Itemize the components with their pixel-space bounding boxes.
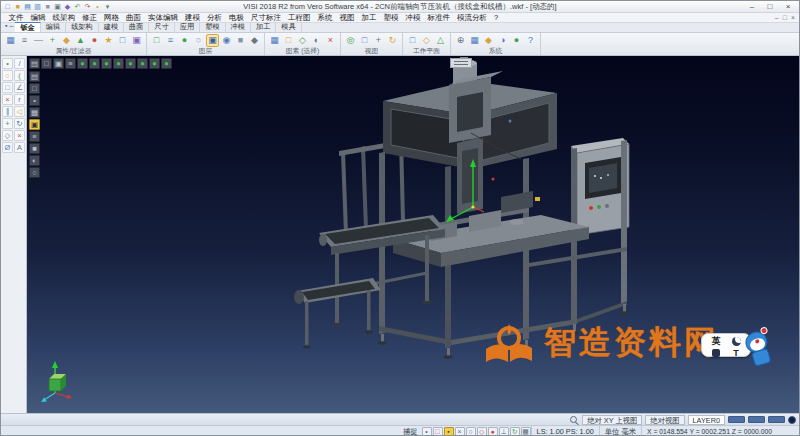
auto-snap-icon[interactable]: ↻ [510, 427, 520, 436]
menu-item-17[interactable]: 冲模 [402, 13, 424, 23]
color-attribute-icon[interactable]: ▦ [4, 34, 17, 47]
standard-views-icon[interactable]: ● [149, 58, 160, 69]
settings-icon[interactable]: ⊕ [454, 34, 467, 47]
ime-widget[interactable]: 英 T [701, 330, 773, 374]
element-filter-icon[interactable]: ◆ [60, 34, 73, 47]
line-width-icon[interactable]: — [32, 34, 45, 47]
zoom-window-icon[interactable]: □ [358, 34, 371, 47]
moon-icon[interactable] [732, 337, 741, 346]
print-icon[interactable]: ■ [43, 2, 52, 11]
workplane-indicator[interactable]: 绝对 XY 上视图 [582, 415, 642, 425]
workbar-tab[interactable]: 钣金 [15, 22, 40, 32]
layer-on-icon[interactable]: ● [178, 34, 191, 47]
workbar-handle-icon[interactable]: ▪ [5, 14, 7, 32]
workbar-tab[interactable]: 塑模 [200, 22, 225, 32]
workbar-tab[interactable]: 建模 [99, 22, 124, 32]
paste-icon[interactable]: ◆ [63, 2, 72, 11]
workbar-tab[interactable]: 尺寸 [149, 22, 174, 32]
units-icon[interactable]: ◆ [482, 34, 495, 47]
workbar-tab[interactable]: 模具 [276, 22, 301, 32]
menu-item-14[interactable]: 视图 [336, 13, 358, 23]
ime-font-toggle[interactable]: T [733, 348, 739, 358]
box-select-icon[interactable]: □ [282, 34, 295, 47]
doc-minimize-button[interactable]: – [775, 14, 779, 21]
deselect-icon[interactable]: × [324, 34, 337, 47]
menu-item-7[interactable]: 实体编辑 [145, 13, 182, 23]
pin-icon[interactable]: • [93, 2, 102, 11]
circle-icon[interactable]: ○ [2, 70, 13, 81]
doc-close-button[interactable]: × [791, 14, 795, 21]
layer-settings-icon[interactable]: ◆ [248, 34, 261, 47]
line-icon[interactable]: / [14, 58, 25, 69]
center-snap-icon[interactable]: ○ [466, 427, 476, 436]
hidden-line-mode-icon[interactable]: ▣ [53, 58, 64, 69]
menu-item-11[interactable]: 尺寸标注 [248, 13, 285, 23]
search-icon[interactable] [570, 416, 577, 423]
select-element-icon[interactable]: ▤ [29, 71, 40, 82]
quick-select-icon[interactable]: ● [88, 34, 101, 47]
maximize-button[interactable]: □ [764, 2, 776, 12]
layer-off-icon[interactable]: ○ [192, 34, 205, 47]
menu-item-13[interactable]: 系统 [314, 13, 336, 23]
ime-punct-icon[interactable] [712, 349, 720, 357]
point-icon[interactable]: • [2, 58, 13, 69]
save-all-icon[interactable]: ▥ [33, 2, 42, 11]
zoom-window-view-icon[interactable]: ● [125, 58, 136, 69]
properties-icon[interactable]: ▣ [130, 34, 143, 47]
rotate-view-icon[interactable]: ↻ [386, 34, 399, 47]
point-style-icon[interactable]: + [46, 34, 59, 47]
menu-item-10[interactable]: 电极 [226, 13, 248, 23]
grid-snap-icon[interactable]: ▦ [521, 427, 531, 436]
point-snap-icon[interactable]: • [422, 427, 432, 436]
freeze-layer-icon[interactable]: ■ [234, 34, 247, 47]
delete-icon[interactable]: × [14, 130, 25, 141]
rotate-element-icon[interactable]: ↻ [14, 118, 25, 129]
arc-icon[interactable]: ( [14, 70, 25, 81]
undo-icon[interactable]: ↶ [73, 2, 82, 11]
workplane-3point-icon[interactable]: △ [434, 34, 447, 47]
polyline-icon[interactable]: ∠ [14, 82, 25, 93]
active-layer-indicator[interactable]: LAYER0 [688, 415, 725, 425]
mask-wireframe-icon[interactable]: ○ [29, 167, 40, 178]
menu-item-4[interactable]: 修正 [79, 13, 101, 23]
offset-icon[interactable]: ∥ [2, 106, 13, 117]
perpendicular-snap-icon[interactable]: ⊥ [499, 427, 509, 436]
viewport-canvas[interactable]: ▤□▣≡●●●●●●●● ▤□•▦▣≡■◐○ 智造资料网 英 [27, 56, 799, 413]
workbar-tab[interactable]: 曲面 [124, 22, 149, 32]
menu-item-8[interactable]: 建模 [182, 13, 204, 23]
selection-filter-icon[interactable]: ▲ [74, 34, 87, 47]
mask-surfaces-icon[interactable]: ◐ [29, 155, 40, 166]
move-to-layer-icon[interactable]: ▣ [206, 34, 219, 47]
new-file-icon[interactable]: □ [3, 2, 12, 11]
fillet-icon[interactable]: r [14, 94, 25, 105]
menu-item-15[interactable]: 加工 [358, 13, 380, 23]
tangent-snap-icon[interactable]: ● [488, 427, 498, 436]
menu-item-16[interactable]: 塑模 [380, 13, 402, 23]
menu-item-12[interactable]: 工程图 [285, 13, 315, 23]
intersection-snap-icon[interactable]: × [455, 427, 465, 436]
move-icon[interactable]: + [2, 118, 13, 129]
redraw-icon[interactable]: ● [161, 58, 172, 69]
line-style-icon[interactable]: ≡ [18, 34, 31, 47]
text-icon[interactable]: A [14, 142, 25, 153]
floating-mini-window[interactable] [450, 58, 472, 68]
menu-item-6[interactable]: 曲面 [123, 13, 145, 23]
dynamic-zoom-icon[interactable]: ● [89, 58, 100, 69]
close-button[interactable]: × [782, 2, 794, 12]
dynamic-rotate-icon[interactable]: ● [101, 58, 112, 69]
workbar-tab[interactable]: 加工 [251, 22, 276, 32]
help-icon[interactable]: ? [524, 34, 537, 47]
trim-icon[interactable]: × [2, 94, 13, 105]
pan-icon[interactable]: + [372, 34, 385, 47]
mirror-icon[interactable]: ◁ [14, 106, 25, 117]
invert-select-icon[interactable]: ◐ [310, 34, 323, 47]
select-all-icon[interactable]: ▦ [268, 34, 281, 47]
highlight-icon[interactable]: ★ [102, 34, 115, 47]
menu-item-2[interactable]: 编辑 [27, 13, 49, 23]
info-icon[interactable]: ● [510, 34, 523, 47]
menu-item-20[interactable]: ? [491, 13, 502, 22]
current-command-icon[interactable]: ▣ [29, 119, 40, 130]
redo-icon[interactable]: ↷ [83, 2, 92, 11]
menu-item-18[interactable]: 标准件 [424, 13, 454, 23]
mask-solids-icon[interactable]: ■ [29, 143, 40, 154]
